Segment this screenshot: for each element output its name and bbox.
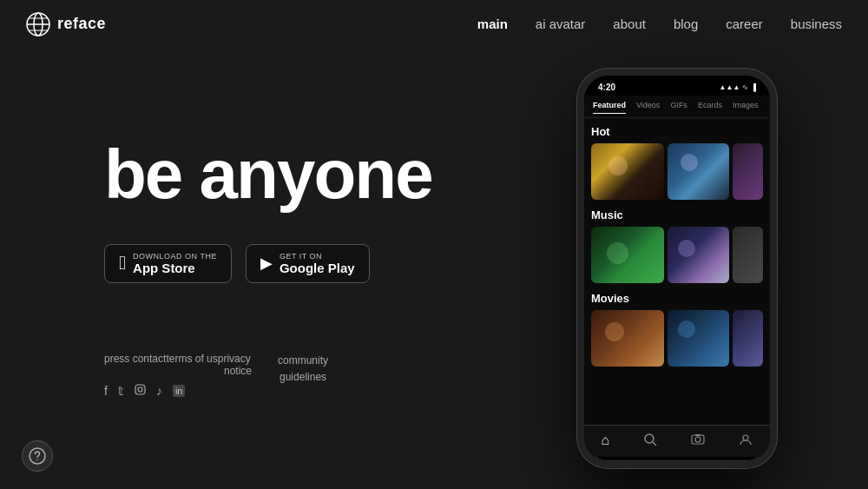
footer-link-row: press contactterms of usprivacy	[104, 353, 252, 365]
nav-item-main[interactable]: main	[477, 17, 508, 31]
nav-home-icon[interactable]: ⌂	[602, 433, 610, 448]
google-play-text: GET IT ON Google Play	[279, 252, 355, 275]
community-guidelines-link[interactable]: community guidelines	[278, 353, 328, 386]
section-music-title: Music	[591, 208, 763, 221]
app-store-small-text: Download on the	[133, 252, 217, 261]
status-time: 4:20	[598, 83, 615, 92]
hot-thumb-2[interactable]	[667, 143, 728, 200]
main-content: be anyone  Download on the App Store ▶ …	[0, 48, 868, 489]
app-store-button[interactable]:  Download on the App Store	[104, 244, 232, 283]
section-hot-title: Hot	[591, 125, 763, 138]
left-section: be anyone  Download on the App Store ▶ …	[0, 140, 503, 398]
footer-left-col: press contactterms of usprivacy notice f…	[104, 353, 252, 398]
battery-icon: ▐	[751, 83, 756, 91]
privacy-link[interactable]: privacy	[218, 353, 251, 365]
app-tabs: Featured Videos GIFs Ecards Images	[584, 96, 770, 118]
nav-item-business[interactable]: business	[791, 17, 842, 31]
help-icon	[29, 447, 46, 465]
google-play-large-text: Google Play	[279, 261, 355, 275]
wifi-icon: ∿	[742, 83, 748, 91]
tab-images[interactable]: Images	[733, 101, 759, 114]
phone-frame: 4:20 ▲▲▲ ∿ ▐ Featured Videos GIFs Ecards	[577, 69, 777, 468]
section-movies-title: Movies	[591, 292, 763, 305]
app-content: Hot Music	[584, 118, 770, 425]
movie-thumb-1[interactable]	[591, 310, 664, 367]
app-store-text: Download on the App Store	[133, 252, 217, 275]
app-store-large-text: App Store	[133, 261, 217, 275]
privacy-notice-link[interactable]: notice	[224, 365, 252, 377]
logo-text: reface	[57, 15, 106, 33]
svg-point-11	[695, 437, 700, 442]
google-play-icon: ▶	[260, 254, 273, 273]
press-contact-link[interactable]: press contact	[104, 353, 166, 365]
nav-item-career[interactable]: career	[726, 17, 763, 31]
tiktok-icon[interactable]: ♪	[156, 384, 162, 398]
svg-point-6	[138, 387, 142, 392]
hot-thumb-3[interactable]	[733, 143, 763, 200]
instagram-icon[interactable]	[135, 384, 146, 398]
status-icons: ▲▲▲ ∿ ▐	[720, 83, 756, 91]
svg-line-9	[653, 442, 656, 446]
logo[interactable]: reface	[26, 12, 106, 36]
movies-row	[591, 310, 763, 367]
music-thumb-3[interactable]	[733, 227, 763, 283]
logo-icon	[26, 12, 50, 36]
svg-point-13	[743, 435, 748, 440]
app-bottom-nav: ⌂	[584, 425, 770, 457]
tab-gifs[interactable]: GIFs	[670, 101, 687, 114]
phone-status-bar: 4:20 ▲▲▲ ∿ ▐	[584, 76, 770, 96]
footer-links: press contactterms of usprivacy notice f…	[104, 353, 503, 398]
apple-icon: 	[119, 252, 126, 274]
phone-section: 4:20 ▲▲▲ ∿ ▐ Featured Videos GIFs Ecards	[503, 69, 868, 468]
hot-thumb-1[interactable]	[591, 143, 664, 200]
tab-videos[interactable]: Videos	[636, 101, 660, 114]
music-thumb-1[interactable]	[591, 227, 664, 283]
tab-ecards[interactable]: Ecards	[698, 101, 722, 114]
music-row	[591, 227, 763, 283]
svg-point-8	[645, 434, 654, 443]
signal-icon: ▲▲▲	[720, 83, 740, 91]
movie-thumb-2[interactable]	[667, 310, 728, 367]
nav-profile-icon[interactable]	[739, 433, 753, 448]
phone-screen: Featured Videos GIFs Ecards Images Hot	[584, 96, 770, 457]
phone-mockup: 4:20 ▲▲▲ ∿ ▐ Featured Videos GIFs Ecards	[577, 69, 777, 468]
svg-point-15	[36, 459, 38, 461]
header: reface main ai avatar about blog career …	[0, 0, 868, 48]
nav-item-blog[interactable]: blog	[674, 17, 698, 31]
twitter-icon[interactable]: 𝕥	[118, 384, 124, 398]
terms-link[interactable]: terms of us	[166, 353, 217, 365]
social-icons: f 𝕥 ♪ in	[104, 384, 252, 398]
svg-rect-12	[695, 434, 700, 436]
community-guidelines-col: community guidelines	[278, 353, 328, 386]
linkedin-icon[interactable]: in	[173, 385, 186, 397]
main-nav: main ai avatar about blog career busines…	[477, 17, 842, 31]
nav-item-about[interactable]: about	[613, 17, 646, 31]
google-play-small-text: GET IT ON	[279, 252, 355, 261]
tab-featured[interactable]: Featured	[593, 101, 626, 114]
hot-row	[591, 143, 763, 200]
movie-thumb-3[interactable]	[733, 310, 763, 367]
help-badge[interactable]	[22, 440, 53, 472]
music-thumb-2[interactable]	[667, 227, 728, 283]
store-buttons:  Download on the App Store ▶ GET IT ON …	[104, 244, 503, 283]
nav-camera-icon[interactable]	[691, 433, 705, 448]
hero-headline: be anyone	[104, 140, 503, 209]
google-play-button[interactable]: ▶ GET IT ON Google Play	[246, 244, 370, 283]
facebook-icon[interactable]: f	[104, 384, 108, 398]
svg-rect-5	[135, 385, 145, 394]
svg-point-7	[142, 386, 143, 387]
nav-item-ai-avatar[interactable]: ai avatar	[536, 17, 586, 31]
nav-search-icon[interactable]	[643, 433, 657, 448]
